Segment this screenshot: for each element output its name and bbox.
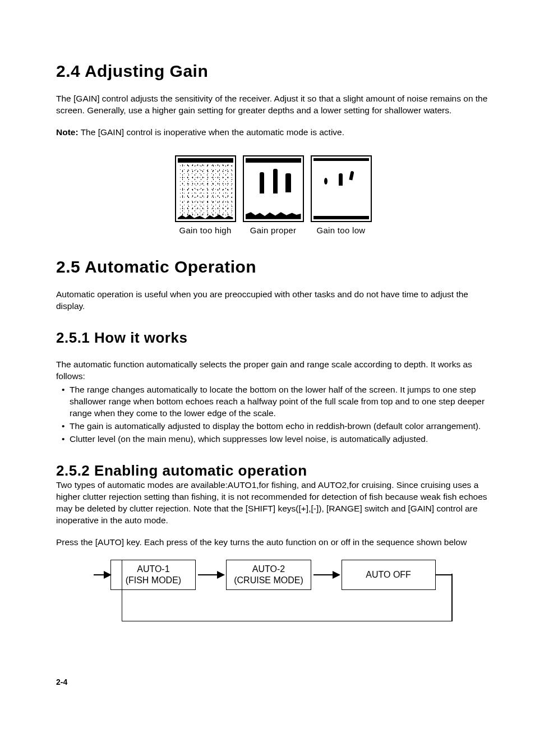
note-text: The [GAIN] control is inoperative when t…	[79, 127, 344, 137]
gain-low-caption: Gain too low	[317, 225, 366, 235]
heading-2-4: 2.4 Adjusting Gain	[56, 62, 490, 81]
gain-high-box	[175, 155, 236, 222]
gain-proper-box	[243, 155, 304, 222]
para-2-4-note: Note: The [GAIN] control is inoperative …	[56, 127, 490, 139]
gain-low-box	[311, 155, 372, 222]
list-item: Clutter level (on the main menu), which …	[62, 434, 490, 445]
heading-2-5-1: 2.5.1 How it works	[56, 329, 490, 347]
gain-high-col: Gain too high	[175, 155, 236, 235]
page-number: 2-4	[56, 677, 490, 686]
para-2-5-2-intro: Two types of automatic modes are availab…	[56, 480, 490, 527]
gain-figure: Gain too high Gain proper Gain too low	[56, 155, 490, 235]
auto-mode-flow-diagram: AUTO-1 (FISH MODE) AUTO-2 (CRUISE MODE) …	[94, 560, 453, 627]
heading-2-5-2: 2.5.2 Enabling automatic operation	[56, 462, 490, 480]
para-2-4-intro: The [GAIN] control adjusts the sensitivi…	[56, 93, 490, 117]
bullets-2-5-1: The range changes automatically to locat…	[56, 384, 490, 445]
list-item: The gain is automatically adjusted to di…	[62, 421, 490, 432]
note-label: Note:	[56, 127, 79, 137]
gain-low-col: Gain too low	[311, 155, 372, 235]
list-item: The range changes automatically to locat…	[62, 384, 490, 420]
gain-proper-col: Gain proper	[243, 155, 304, 235]
para-2-5-2-instr: Press the [AUTO] key. Each press of the …	[56, 537, 490, 548]
para-2-5-intro: Automatic operation is useful when you a…	[56, 289, 490, 312]
flow-arrow-in	[94, 574, 110, 575]
gain-proper-caption: Gain proper	[250, 225, 297, 235]
heading-2-5: 2.5 Automatic Operation	[56, 257, 490, 276]
para-2-5-1-intro: The automatic function automatically sel…	[56, 359, 490, 382]
gain-high-caption: Gain too high	[179, 225, 231, 235]
